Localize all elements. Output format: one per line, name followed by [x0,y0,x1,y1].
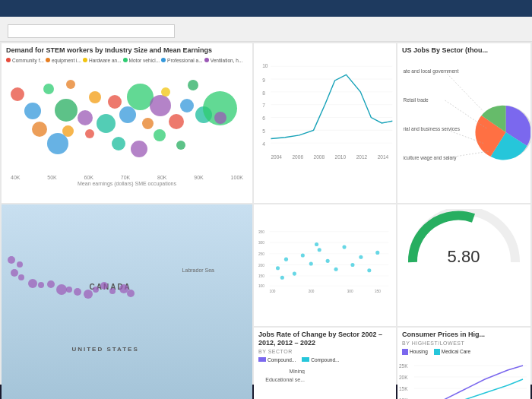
bubble-dot [154,129,166,141]
svg-line-26 [445,100,487,128]
svg-point-46 [318,248,321,252]
map-location-dot [18,274,24,280]
map-location-dot [127,290,135,297]
svg-point-47 [326,259,330,263]
svg-text:20K: 20K [399,375,408,380]
svg-text:2010: 2010 [335,154,347,160]
bubble-chart-tile: Demand for STEM workers by Industry Size… [2,43,252,203]
dashboard: Demand for STEM workers by Industry Size… [0,42,532,385]
bubble-dot [169,114,184,129]
map-location-dot [28,279,37,288]
svg-point-48 [334,268,338,271]
bubble-dot [11,87,24,101]
svg-text:250: 250 [258,252,264,256]
svg-text:5.80: 5.80 [448,247,480,266]
svg-text:7: 7 [262,103,265,108]
bubble-chart-area [2,65,252,175]
unemployment-gauge-tile: 5.80 [397,204,530,326]
bubble-dot [24,103,41,119]
svg-text:rial and business services: rial and business services [404,126,461,131]
svg-text:9: 9 [262,78,265,83]
svg-point-45 [309,261,313,265]
bubble-legend-item: equipment i... [46,58,81,63]
map-location-dot [17,261,23,268]
bar-row-mining: Mining [263,369,387,374]
map-tile: Prices, Highest and Lowest HIGHEST CANAD… [2,204,252,399]
svg-text:4: 4 [262,141,265,147]
bubble-dot [180,99,194,112]
bubble-legend: Community f...equipment i...Hardware an.… [2,56,252,65]
legend-color-1 [258,357,266,362]
svg-text:6: 6 [262,116,265,121]
bubble-dot [142,118,154,129]
svg-text:2004: 2004 [271,154,282,160]
map-location-dot [93,287,99,293]
bubble-legend-item: Ventilation, h... [204,58,243,63]
map-location-dot [84,290,93,299]
svg-text:200: 200 [309,290,315,293]
bubble-dot [112,137,125,150]
svg-point-50 [350,263,354,267]
bubble-chart-title: Demand for STEM workers by Industry Size… [2,43,252,56]
svg-point-53 [375,251,379,255]
search-input[interactable] [8,24,175,38]
gauge-svg: 5.80 [397,209,530,277]
bar-row-educational: Educational se... [263,377,387,382]
bubble-dot [32,122,47,137]
consumer-subtitle: BY HIGHEST/LOWEST [397,340,530,347]
bubble-legend-item: Motor vehicl... [123,58,160,63]
svg-text:150: 150 [258,274,264,278]
bubble-dot [89,91,101,103]
housing-scatter: 350 300 250 200 150 100 [254,211,396,306]
bubble-dot [150,95,171,116]
jobs-bars: Mining Educational se... [254,364,396,387]
jobs-sector-title: US Jobs By Sector (thou... [397,43,530,56]
svg-point-49 [342,245,346,249]
jobs-change-title: Jobs Rate of Change by Sector 2002 – 201… [254,328,396,349]
legend-housing-color [402,349,408,355]
svg-text:5: 5 [262,128,265,134]
bubble-dot [108,95,122,109]
map-location-dot [38,282,44,288]
bubble-dot [131,141,147,157]
svg-text:iculture wage and salary: iculture wage and salary [404,155,458,161]
svg-text:2012: 2012 [356,154,368,160]
bubble-dot [214,112,226,124]
consumer-legend: Housing Medical Care [397,347,530,356]
svg-text:10: 10 [262,63,268,68]
svg-text:2014: 2014 [378,154,389,160]
jobs-change-tile: Jobs Rate of Change by Sector 2002 – 201… [254,328,396,399]
svg-point-52 [367,268,371,272]
map-location-dot [11,269,18,277]
map-location-dot [66,287,72,293]
housing-prices-tile: 350 300 250 200 150 100 [254,204,396,326]
legend-item-compound1: Compound... [258,357,296,363]
bubble-dot [66,80,75,89]
svg-point-55 [315,242,318,246]
map-location-dot [100,282,108,290]
map-location-dot [74,288,81,296]
page-header [0,17,532,42]
consumer-title: Consumer Prices in Hig... [397,328,530,340]
map-dots [2,227,252,399]
jobs-sector-chart: ate and local government Retail trade ri… [397,56,530,193]
svg-text:300: 300 [258,241,264,245]
bubble-dot [43,84,54,94]
legend-medical: Medical Care [434,349,470,355]
legend-item-compound2: Compound... [302,357,339,363]
bubble-dot [97,114,116,133]
x-axis-title: Mean earnings (dollars) SME occupations [2,180,252,187]
jobs-change-legend: Compound... Compound... [254,356,396,364]
bubble-dot [55,99,78,122]
svg-text:300: 300 [347,290,353,293]
svg-point-43 [293,272,296,276]
svg-text:2006: 2006 [292,154,303,160]
bubble-dot [85,129,94,138]
map-location-dot [109,288,116,294]
svg-text:100: 100 [258,284,264,288]
svg-point-54 [280,276,284,280]
svg-point-41 [276,266,280,270]
titlebar [0,0,532,17]
bubble-dot [188,80,198,90]
jobs-change-subtitle: BY SECTOR [254,349,396,356]
